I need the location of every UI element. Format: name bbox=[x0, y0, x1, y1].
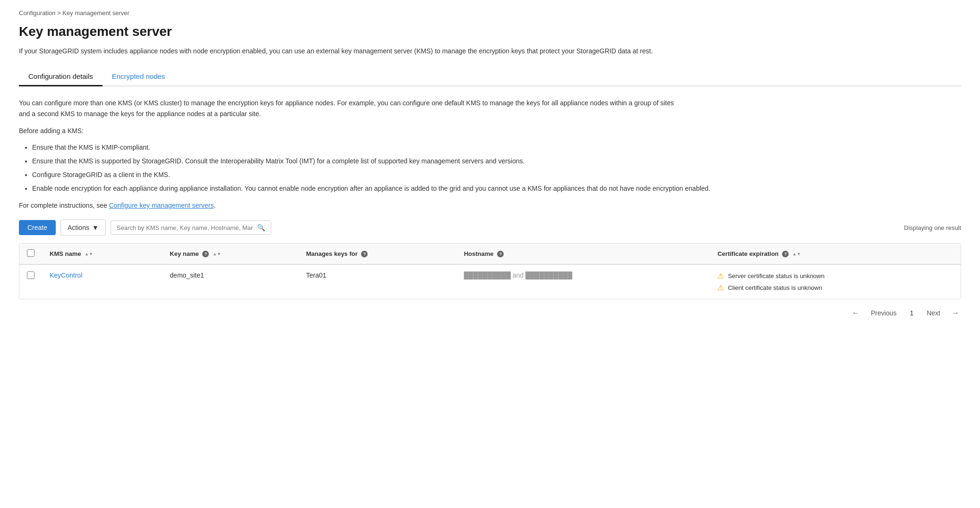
instructions-line: For complete instructions, see Configure… bbox=[19, 202, 961, 209]
header-hostname: Hostname ? bbox=[456, 244, 710, 264]
row-certificate-expiration: ⚠ Server certificate status is unknown ⚠… bbox=[710, 264, 961, 299]
actions-label: Actions bbox=[68, 224, 89, 231]
current-page: 1 bbox=[906, 307, 917, 319]
select-all-checkbox[interactable] bbox=[27, 249, 34, 257]
breadcrumb: Configuration > Key management server bbox=[19, 9, 961, 17]
header-certificate-expiration-label: Certificate expiration bbox=[717, 250, 778, 257]
tab-configuration-details[interactable]: Configuration details bbox=[19, 68, 103, 86]
header-manages-keys-for: Manages keys for ? bbox=[299, 244, 456, 264]
sort-icon-key-name[interactable]: ▲▼ bbox=[213, 252, 221, 256]
page-description: If your StorageGRID system includes appl… bbox=[19, 46, 680, 56]
search-box: 🔍 bbox=[111, 220, 271, 235]
hostname-value: ██████████ and ██████████ bbox=[464, 271, 573, 279]
search-input[interactable] bbox=[117, 224, 253, 231]
help-icon-certificate-expiration[interactable]: ? bbox=[782, 251, 789, 257]
row-kms-name: KeyControl bbox=[42, 264, 162, 299]
tab-encrypted-nodes[interactable]: Encrypted nodes bbox=[103, 68, 175, 86]
header-kms-name-label: KMS name bbox=[50, 250, 81, 257]
header-key-name-label: Key name bbox=[170, 250, 198, 257]
row-manages-keys-for: Tera01 bbox=[299, 264, 456, 299]
actions-button[interactable]: Actions ▼ bbox=[60, 220, 106, 236]
cert-item-server: ⚠ Server certificate status is unknown bbox=[717, 271, 953, 280]
header-kms-name: KMS name ▲▼ bbox=[42, 244, 162, 264]
cert-item-client: ⚠ Client certificate status is unknown bbox=[717, 283, 953, 292]
breadcrumb-parent: Configuration bbox=[19, 9, 55, 17]
instructions-prefix: For complete instructions, see bbox=[19, 202, 109, 209]
header-key-name: Key name ? ▲▼ bbox=[162, 244, 298, 264]
server-cert-text: Server certificate status is unknown bbox=[728, 272, 824, 279]
kms-table-container: KMS name ▲▼ Key name ? ▲▼ Manages keys f… bbox=[19, 243, 961, 299]
instructions-suffix: . bbox=[214, 202, 215, 209]
bullet-list: Ensure that the KMS is KMIP-compliant. E… bbox=[32, 142, 961, 194]
kms-name-link[interactable]: KeyControl bbox=[50, 271, 82, 279]
cert-status-container: ⚠ Server certificate status is unknown ⚠… bbox=[717, 271, 953, 292]
bullet-item: Enable node encryption for each applianc… bbox=[32, 183, 961, 194]
row-key-name: demo_site1 bbox=[162, 264, 298, 299]
warning-icon-server: ⚠ bbox=[717, 271, 724, 280]
sort-icon-kms-name[interactable]: ▲▼ bbox=[85, 252, 93, 256]
page-title: Key management server bbox=[19, 24, 961, 39]
table-header-row: KMS name ▲▼ Key name ? ▲▼ Manages keys f… bbox=[19, 244, 961, 264]
help-icon-key-name[interactable]: ? bbox=[202, 251, 209, 257]
previous-button[interactable]: Previous bbox=[867, 307, 900, 319]
sort-icon-certificate-expiration[interactable]: ▲▼ bbox=[792, 252, 801, 256]
row-hostname: ██████████ and ██████████ bbox=[456, 264, 710, 299]
before-adding-text: Before adding a KMS: bbox=[19, 126, 680, 136]
search-icon: 🔍 bbox=[257, 224, 265, 231]
prev-arrow-icon[interactable]: ← bbox=[850, 307, 861, 319]
breadcrumb-separator: > bbox=[57, 9, 61, 17]
next-button[interactable]: Next bbox=[923, 307, 944, 319]
bullet-item: Ensure that the KMS is KMIP-compliant. bbox=[32, 142, 961, 153]
tabs-container: Configuration details Encrypted nodes bbox=[19, 68, 961, 86]
header-checkbox-cell bbox=[19, 244, 42, 264]
chevron-down-icon: ▼ bbox=[92, 224, 99, 231]
pagination: ← Previous 1 Next → bbox=[19, 299, 961, 319]
displaying-result: Displaying one result bbox=[904, 224, 961, 231]
kms-table: KMS name ▲▼ Key name ? ▲▼ Manages keys f… bbox=[19, 244, 961, 299]
help-icon-hostname[interactable]: ? bbox=[497, 251, 504, 257]
header-manages-keys-for-label: Manages keys for bbox=[306, 250, 358, 257]
instructions-link[interactable]: Configure key management servers bbox=[109, 202, 214, 209]
header-hostname-label: Hostname bbox=[464, 250, 494, 257]
next-arrow-icon[interactable]: → bbox=[950, 307, 961, 319]
intro-text: You can configure more than one KMS (or … bbox=[19, 98, 680, 119]
table-row: KeyControl demo_site1 Tera01 ██████████ … bbox=[19, 264, 961, 299]
bullet-item: Configure StorageGRID as a client in the… bbox=[32, 169, 961, 180]
breadcrumb-current: Key management server bbox=[62, 9, 129, 17]
toolbar: Create Actions ▼ 🔍 Displaying one result bbox=[19, 220, 961, 236]
help-icon-manages-keys-for[interactable]: ? bbox=[361, 251, 368, 257]
client-cert-text: Client certificate status is unknown bbox=[728, 284, 822, 291]
bullet-item: Ensure that the KMS is supported by Stor… bbox=[32, 156, 961, 167]
create-button[interactable]: Create bbox=[19, 220, 56, 235]
row-checkbox[interactable] bbox=[27, 271, 34, 279]
warning-icon-client: ⚠ bbox=[717, 283, 724, 292]
row-checkbox-cell bbox=[19, 264, 42, 299]
header-certificate-expiration: Certificate expiration ? ▲▼ bbox=[710, 244, 961, 264]
